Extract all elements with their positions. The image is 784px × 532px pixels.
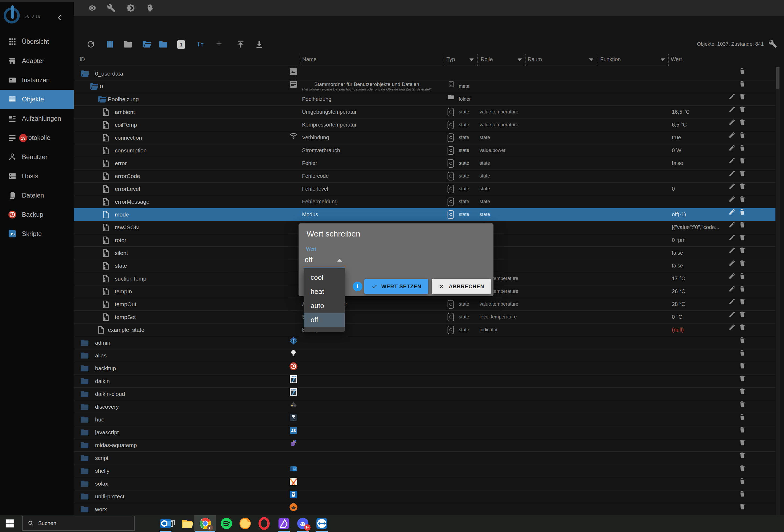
object-row-tempOut[interactable]: tempOutAustrittstemperaturstatevalue.tem… bbox=[74, 298, 776, 311]
info-icon[interactable]: i bbox=[353, 282, 362, 291]
object-row-tempSet[interactable]: tempSetSolltemperaturstatelevel.temperat… bbox=[74, 311, 776, 324]
edit-object-button[interactable] bbox=[728, 196, 736, 203]
edit-object-button[interactable] bbox=[728, 311, 736, 318]
sidebar-item-benutzer[interactable]: Benutzer bbox=[0, 147, 74, 167]
object-row-coilTemp[interactable]: coilTempKompressortemperaturstatevalue.t… bbox=[74, 119, 776, 131]
delete-object-button[interactable] bbox=[738, 362, 746, 369]
column-header-typ[interactable]: Typ bbox=[446, 56, 455, 62]
delete-object-button[interactable] bbox=[738, 452, 746, 459]
delete-object-button[interactable] bbox=[738, 157, 746, 164]
edit-object-button[interactable] bbox=[728, 298, 736, 305]
object-row-unifi-protect[interactable]: unifi-protect bbox=[74, 490, 776, 503]
delete-object-button[interactable] bbox=[738, 490, 746, 497]
sidebar-item-skripte[interactable]: JSSkripte bbox=[0, 224, 74, 243]
taskbar-app-outlook[interactable] bbox=[160, 517, 172, 530]
object-row-script[interactable]: script bbox=[74, 452, 776, 465]
edit-object-button[interactable] bbox=[728, 119, 736, 126]
sidebar-item-objekte[interactable]: Objekte bbox=[0, 90, 74, 109]
object-row-0_userdata[interactable]: 0_userdata bbox=[74, 67, 776, 80]
edit-object-button[interactable] bbox=[728, 272, 736, 279]
object-value[interactable]: 26 °C bbox=[672, 285, 685, 298]
object-row-solax[interactable]: solax bbox=[74, 477, 776, 490]
dropdown-option-heat[interactable]: heat bbox=[304, 285, 345, 299]
columns-button[interactable] bbox=[105, 39, 115, 49]
object-value[interactable]: 16,5 °C bbox=[672, 106, 690, 118]
object-value[interactable]: 28 °C bbox=[672, 298, 685, 311]
delete-object-button[interactable] bbox=[738, 413, 746, 420]
sidebar-item-backup[interactable]: Backup bbox=[0, 205, 74, 224]
delete-object-button[interactable] bbox=[738, 503, 746, 510]
object-row-alias[interactable]: alias bbox=[74, 349, 776, 362]
delete-object-button[interactable] bbox=[738, 67, 746, 75]
object-row-worx[interactable]: worx bbox=[74, 503, 776, 516]
folder-open-button[interactable] bbox=[142, 39, 152, 49]
delete-object-button[interactable] bbox=[738, 285, 746, 292]
object-value[interactable]: (null) bbox=[672, 324, 683, 336]
delete-object-button[interactable] bbox=[738, 388, 746, 395]
taskbar-app-teamviewer[interactable] bbox=[316, 517, 328, 530]
collapse-sidebar-button[interactable] bbox=[56, 14, 63, 21]
settings-wrench-icon[interactable] bbox=[768, 39, 777, 48]
edit-object-button[interactable] bbox=[728, 93, 736, 100]
taskbar-app-chrome[interactable]: P bbox=[199, 517, 212, 530]
taskbar-search[interactable]: Suchen bbox=[22, 516, 135, 531]
dropdown-option-off[interactable]: off bbox=[304, 313, 345, 327]
object-row-errorCode[interactable]: errorCodeFehlercodestatestate bbox=[74, 170, 776, 183]
delete-object-button[interactable] bbox=[738, 477, 746, 484]
filter-dropdown-arrow-icon[interactable] bbox=[661, 58, 665, 61]
add-object-button[interactable]: + bbox=[216, 38, 222, 49]
taskbar-app-spotify[interactable] bbox=[220, 517, 232, 530]
taskbar-app-affinity[interactable] bbox=[278, 517, 290, 530]
delete-object-button[interactable] bbox=[738, 93, 746, 100]
start-button[interactable] bbox=[4, 518, 15, 529]
object-value[interactable]: 0 W bbox=[672, 144, 681, 157]
delete-object-button[interactable] bbox=[738, 426, 746, 433]
edit-object-button[interactable] bbox=[728, 208, 736, 215]
taskbar-app-discord[interactable]: 9+ bbox=[297, 517, 309, 530]
delete-object-button[interactable] bbox=[738, 221, 746, 228]
delete-object-button[interactable] bbox=[738, 170, 746, 177]
sidebar-item-protokolle[interactable]: 19Protokolle bbox=[0, 128, 74, 147]
object-row-connection[interactable]: connectionVerbindungstatestatetrue bbox=[74, 131, 776, 144]
sidebar-item-dateien[interactable]: Dateien bbox=[0, 186, 74, 205]
object-row-example_state[interactable]: example_stateExample statestateindicator… bbox=[74, 324, 776, 336]
delete-object-button[interactable] bbox=[738, 183, 746, 190]
eye-icon[interactable] bbox=[88, 3, 97, 12]
delete-object-button[interactable] bbox=[738, 144, 746, 151]
delete-object-button[interactable] bbox=[738, 260, 746, 267]
edit-object-button[interactable] bbox=[728, 234, 736, 241]
filter-dropdown-arrow-icon[interactable] bbox=[517, 58, 522, 61]
column-header-funktion[interactable]: Funktion bbox=[600, 56, 621, 62]
set-value-button[interactable]: WERT SETZEN bbox=[364, 279, 428, 294]
delete-object-button[interactable] bbox=[738, 196, 746, 203]
edit-object-button[interactable] bbox=[728, 131, 736, 139]
theme-icon[interactable] bbox=[126, 3, 135, 12]
dropdown-option-auto[interactable]: auto bbox=[304, 299, 345, 313]
object-row-0[interactable]: 0Stammordner für Benutzerobjekte und Dat… bbox=[74, 80, 776, 93]
delete-object-button[interactable] bbox=[738, 465, 746, 472]
taskbar-app-explorer[interactable] bbox=[181, 517, 193, 530]
edit-object-button[interactable] bbox=[728, 324, 736, 331]
object-row-errorMessage[interactable]: errorMessageFehlermeldungstatestate bbox=[74, 196, 776, 208]
object-row-javascript[interactable]: javascriptJS bbox=[74, 426, 776, 439]
object-value[interactable]: false bbox=[672, 247, 683, 259]
vertical-scrollbar[interactable] bbox=[776, 67, 780, 515]
one-column-button[interactable]: 1 bbox=[177, 40, 185, 49]
object-row-midas-aquatemp[interactable]: midas-aquatemp bbox=[74, 439, 776, 452]
delete-object-button[interactable] bbox=[738, 131, 746, 139]
object-row-backitup[interactable]: backitup bbox=[74, 362, 776, 375]
sidebar-item-übersicht[interactable]: Übersicht bbox=[0, 32, 74, 51]
delete-object-button[interactable] bbox=[738, 80, 746, 87]
object-value[interactable]: off(-1) bbox=[672, 208, 686, 221]
text-size-button[interactable]: TT bbox=[197, 40, 203, 48]
object-row-discovery[interactable]: discovery bbox=[74, 401, 776, 413]
delete-object-button[interactable] bbox=[738, 439, 746, 446]
value-select[interactable]: off bbox=[304, 253, 345, 266]
object-row-ambient[interactable]: ambientUmgebungstemperaturstatevalue.tem… bbox=[74, 106, 776, 119]
cancel-button[interactable]: ABBRECHEN bbox=[432, 279, 491, 294]
delete-object-button[interactable] bbox=[738, 311, 746, 318]
edit-object-button[interactable] bbox=[728, 247, 736, 254]
object-value[interactable]: 0 bbox=[672, 183, 675, 195]
column-header-name[interactable]: Name bbox=[302, 56, 316, 62]
delete-object-button[interactable] bbox=[738, 401, 746, 408]
